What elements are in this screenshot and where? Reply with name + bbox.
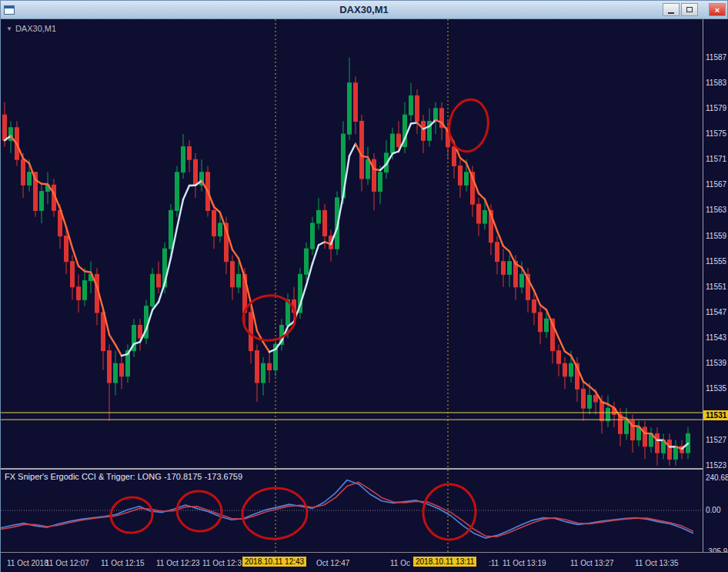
candle-body [65,236,68,262]
candle-body [317,210,321,223]
candle [348,58,352,141]
price-tick-label: 11523 [706,461,726,470]
candle [656,427,660,466]
candle-body [237,274,241,287]
price-tick-label: 11579 [706,104,726,112]
candle-body [379,172,382,192]
candle-body [139,326,142,339]
candle [182,134,185,179]
candle-body [83,281,87,300]
candle [120,357,124,389]
price-tick-label: 11539 [706,359,726,367]
candle [262,357,265,396]
symbol-label[interactable]: ▼ DAX30,M1 [6,24,56,33]
candle [139,319,142,350]
candle [280,319,284,350]
window-controls: × [661,3,726,16]
candle [77,274,81,313]
title-bar[interactable]: DAX30,M1 × [1,1,727,19]
candle-body [391,134,395,153]
time-axis-label: 11 Oc [390,559,410,567]
candle [582,383,586,421]
candle-body [668,440,672,460]
candle-body [22,159,25,185]
candle-body [372,159,376,191]
candle-body [175,172,179,211]
annotation-circle [445,96,492,155]
indicator-canvas[interactable] [1,470,703,552]
candle [496,236,499,275]
candle-body [594,396,598,402]
ma-segment [460,158,466,163]
candle-body [674,447,678,460]
time-axis-tag: 2018.10.11 13:11 [413,557,476,567]
time-axis-label: 11 Oct 12:23 [156,559,200,567]
candle [317,198,321,229]
candle-body [249,313,253,351]
ma-segment [608,404,614,408]
time-axis-label: 11 Oct 12:07 [45,559,89,567]
candle [175,166,179,217]
time-axis-tag: 2018.10.11 12:43 [242,557,306,567]
candle [613,402,616,427]
current-price-tag: 11531 [703,410,728,420]
time-axis[interactable]: 11 Oct 201811 Oct 12:0711 Oct 12:1511 Oc… [1,552,728,572]
candle [643,421,647,460]
candle [194,153,198,198]
ma-segment [583,382,589,386]
candle-body [108,351,112,383]
candle [311,217,315,256]
candle [305,243,309,281]
chart-window: DAX30,M1 × ▼ DAX30,M1 FX Sniper's Ergodi… [0,0,728,572]
price-tick-label: 11563 [706,206,726,214]
restore-icon [686,7,693,12]
restore-button[interactable] [681,3,698,16]
candle [631,414,635,453]
ma-segment [503,246,509,252]
candle-body [539,313,543,332]
candle-body [114,363,118,383]
ma-segment [565,351,571,356]
candle [108,344,112,420]
candle [231,255,235,299]
candle [46,172,50,204]
candle [329,229,333,261]
candle-body [323,210,327,236]
candle-body [354,83,358,122]
candle-body [262,363,265,383]
candle-body [643,427,647,447]
ma-segment [479,193,485,199]
candle-body [120,363,124,376]
candle-body [459,166,463,186]
candle-body [360,122,364,179]
candle-body [397,134,401,147]
minimize-button[interactable] [663,3,680,16]
main-chart-canvas[interactable] [1,19,703,468]
candle-body [502,262,506,275]
candle-body [268,363,272,370]
annotation-circle [175,488,225,534]
candle-body [409,95,413,115]
candle [557,344,561,376]
time-axis-label: 11 Oct 13:27 [570,559,614,567]
candle-body [520,274,524,287]
candle [508,255,512,286]
close-button[interactable]: × [709,3,726,16]
time-axis-label: 11 Oct 12:15 [101,559,145,567]
candle [409,83,413,122]
ma-segment [109,335,115,345]
ma-segment [362,156,368,158]
candle [145,299,149,344]
candle-body [600,402,604,421]
candle-body [588,396,592,409]
candle-body [477,204,481,223]
candle [188,140,192,172]
price-tick-label: 11571 [706,155,726,163]
symbol-label-text: DAX30,M1 [15,24,56,33]
candle-body [3,115,7,140]
price-axis[interactable]: 11531 1158711583115791157511571115671156… [703,19,728,552]
time-axis-label: :11 [489,559,499,567]
candle-body [582,389,586,408]
candle [379,166,382,205]
candle [385,140,389,179]
